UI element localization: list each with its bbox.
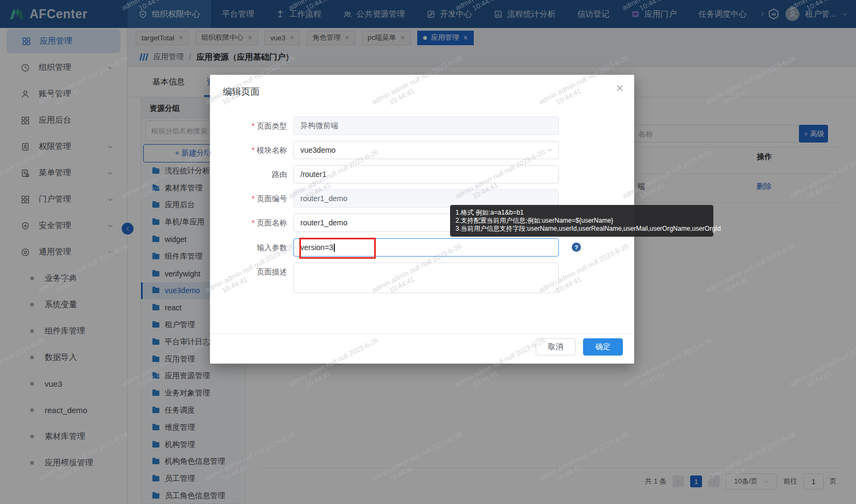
field-label-text: 页面编号 [257, 194, 287, 203]
close-icon [615, 83, 625, 93]
field-label: *模块名称 [210, 141, 293, 159]
help-icon[interactable]: ? [572, 243, 581, 252]
modal-title: 编辑页面 [223, 86, 259, 98]
module-name-input[interactable] [293, 141, 559, 159]
app-root: AFCenter 组织权限中心平台管理工作流程公共资源管理开发中心流程统计分析信… [0, 0, 856, 504]
page-type-input [293, 117, 559, 135]
required-asterisk: * [252, 146, 255, 154]
module-name-select[interactable] [293, 141, 559, 159]
cancel-button[interactable]: 取消 [536, 338, 576, 356]
field-row-input-params: 输入参数version=3 [210, 238, 559, 257]
route-input[interactable] [293, 165, 559, 183]
annotation-highlight-box [299, 238, 376, 259]
field-row-page-description: 页面描述 [210, 262, 559, 293]
field-label-text: 模块名称 [257, 146, 287, 154]
chevdown-icon [546, 146, 553, 154]
field-label-text: 页面描述 [257, 267, 287, 276]
field-label: *页面编号 [210, 189, 293, 208]
page-description-textarea[interactable] [293, 262, 559, 293]
page-description-wrap [293, 262, 559, 293]
confirm-button[interactable]: 确定 [583, 338, 623, 356]
input-params-tooltip: 1.格式 例如:a=a1&b=b12.支持配置当前用户信息;例如:userNam… [450, 205, 713, 237]
field-row-module-name: *模块名称 [210, 141, 559, 159]
field-label: 路由 [210, 165, 293, 183]
required-asterisk: * [252, 122, 255, 130]
modal-footer: 取消 确定 [210, 333, 634, 364]
field-label: 输入参数 [210, 238, 293, 257]
tooltip-line: 3.当前用户信息支持字段:userName,userId,userRealNam… [455, 225, 708, 233]
field-label-text: 路由 [272, 170, 287, 179]
required-asterisk: * [252, 194, 255, 203]
close-icon[interactable] [615, 83, 625, 95]
field-label-text: 页面类型 [257, 122, 287, 130]
field-label: *页面名称 [210, 214, 293, 232]
required-asterisk: * [252, 218, 255, 227]
field-row-page-type: *页面类型 [210, 117, 559, 135]
field-label-text: 输入参数 [257, 243, 287, 252]
field-label-text: 页面名称 [257, 218, 287, 227]
chevron-down-icon [546, 146, 553, 154]
field-label: 页面描述 [210, 262, 293, 281]
field-label: *页面类型 [210, 117, 293, 135]
tooltip-line: 1.格式 例如:a=a1&b=b1 [455, 209, 708, 217]
field-row-route: 路由 [210, 165, 559, 183]
tooltip-line: 2.支持配置当前用户信息;例如:userName=${userName} [455, 217, 708, 225]
